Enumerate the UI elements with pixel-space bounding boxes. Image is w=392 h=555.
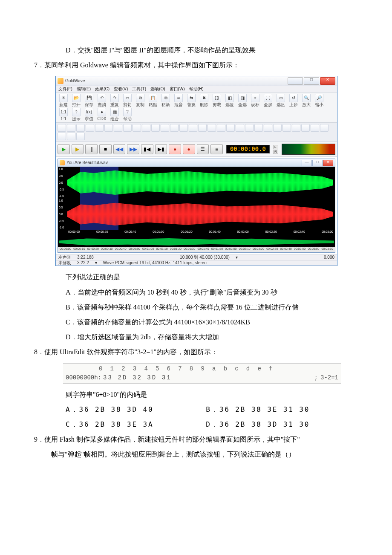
effect-button[interactable] — [217, 124, 225, 132]
toolbar-button[interactable]: ⇆替换 — [185, 94, 197, 107]
play-sel-button[interactable]: ▶ — [72, 144, 84, 154]
effect-button[interactable] — [264, 124, 272, 132]
effect-button[interactable] — [67, 124, 75, 132]
effect-button[interactable] — [86, 124, 94, 132]
toolbar-button[interactable]: 🔎缩小 — [313, 94, 325, 107]
effect-button[interactable] — [226, 124, 235, 132]
effect-button[interactable] — [133, 124, 141, 132]
effect-button[interactable] — [311, 124, 319, 132]
effect-button[interactable] — [67, 133, 75, 140]
overview-ruler-tick: 00:00:40 — [115, 247, 126, 252]
doc-minimize-button[interactable]: — — [302, 160, 312, 166]
toolbar-button[interactable]: 📋粘贴 — [147, 94, 159, 107]
toolbar-button[interactable]: ✖删除 — [198, 94, 210, 107]
effect-button[interactable] — [58, 133, 66, 140]
toolbar-button[interactable]: ✂剪切 — [121, 94, 133, 107]
waveform-left[interactable]: 1.00.50.0-0.5-1.0 — [58, 167, 335, 198]
toolbar-button[interactable]: ◧选显 — [224, 94, 236, 107]
start-button[interactable]: ▮◀ — [141, 144, 153, 154]
toolbar-button[interactable]: ≋混音 — [173, 94, 184, 107]
opts-button[interactable]: ≡ — [210, 144, 223, 154]
toolbar-button[interactable]: f(x)求值 — [83, 108, 95, 121]
transport-bar[interactable]: ▶ ▶ ‖ ■ ◀◀ ▶▶ ▮◀ ▶▮ ● ● ☰ ≡ 00:00:00.0 L… — [56, 142, 337, 157]
pause-button[interactable]: ‖ — [85, 144, 98, 154]
toolbar-button[interactable]: ⛶全屏 — [262, 94, 274, 107]
effect-button[interactable] — [208, 124, 216, 132]
effect-button[interactable] — [170, 124, 179, 132]
menu-item[interactable]: 选项(O) — [150, 87, 165, 91]
stop-button[interactable]: ■ — [99, 144, 112, 154]
toolbar-button[interactable]: ✳新建 — [58, 94, 69, 107]
close-button[interactable]: ✕ — [320, 77, 335, 85]
toolbar-button[interactable]: ⧉粘新 — [160, 94, 172, 107]
effect-button[interactable] — [189, 124, 197, 132]
q8-sub: 则字符串"6+8>10"的内码是 — [66, 387, 358, 402]
toolbar-button[interactable]: ▦组合 — [109, 108, 121, 121]
toolbar-button[interactable]: 🔍放大 — [300, 94, 312, 107]
menu-item[interactable]: 工具(T) — [132, 87, 146, 91]
effect-button[interactable] — [76, 124, 85, 132]
effect-button[interactable] — [95, 124, 104, 132]
effect-button[interactable] — [292, 124, 300, 132]
overview-waveform[interactable] — [58, 236, 335, 247]
effect-button[interactable] — [151, 124, 160, 132]
effect-button[interactable] — [104, 124, 113, 132]
rewind-button[interactable]: ◀◀ — [113, 144, 126, 154]
effect-button[interactable] — [282, 124, 291, 132]
effect-button[interactable] — [301, 124, 310, 132]
toolbar-button[interactable]: ↷重复 — [109, 94, 121, 107]
minimize-button[interactable]: — — [288, 77, 303, 85]
end-button[interactable]: ▶▮ — [155, 144, 167, 154]
toolbar-button[interactable]: ↺上步 — [288, 94, 300, 107]
effect-button[interactable] — [198, 124, 207, 132]
status-dropdown-icon[interactable]: ▾ — [95, 261, 97, 265]
toolbar-button[interactable]: ⟪⟫剪裁 — [211, 94, 223, 107]
toolbar-button[interactable]: ⧉复制 — [134, 94, 146, 107]
effect-button[interactable] — [114, 124, 122, 132]
doc-maximize-button[interactable]: □ — [312, 160, 323, 166]
menu-item[interactable]: 编辑(E) — [77, 87, 91, 91]
effect-button[interactable] — [320, 124, 329, 132]
toolbar-icon: ▦ — [110, 108, 119, 116]
toolbar-button[interactable]: ●CDX — [96, 108, 108, 121]
toolbar-button[interactable]: 💾保存 — [83, 94, 95, 107]
menu-item[interactable]: 效果(C) — [95, 87, 110, 91]
effect-button[interactable] — [161, 124, 169, 132]
secondary-toolbar[interactable] — [56, 123, 337, 142]
menu-item[interactable]: 文件(F) — [58, 87, 72, 91]
doc-close-button[interactable]: ✕ — [323, 160, 333, 166]
toolbar-button[interactable]: ◨全选 — [236, 94, 248, 107]
menu-bar[interactable]: 文件(F)编辑(E)效果(C)查看(V)工具(T)选项(O)窗口(W)帮助(H) — [56, 86, 337, 92]
toolbar-button[interactable]: ↶撤消 — [96, 94, 108, 107]
props-button[interactable]: ☰ — [197, 144, 209, 154]
play-button[interactable]: ▶ — [58, 144, 70, 154]
toolbar-button[interactable]: ?帮助 — [121, 108, 133, 121]
status-dropdown-icon[interactable]: ▾ — [236, 255, 238, 260]
effect-button[interactable] — [245, 124, 254, 132]
toolbar-button[interactable]: 📂打开 — [70, 94, 82, 107]
menu-item[interactable]: 帮助(H) — [189, 87, 204, 91]
effect-button[interactable] — [236, 124, 244, 132]
toolbar-button[interactable]: ⌖设标 — [249, 94, 261, 107]
record2-button[interactable]: ● — [183, 144, 195, 154]
toolbar-button[interactable]: ▭选区 — [275, 94, 287, 107]
waveform-right[interactable]: 1.00.50.0-0.5-1.0 — [58, 198, 335, 230]
overview-ruler-tick: 00:02:00 — [225, 247, 236, 252]
effect-button[interactable] — [254, 124, 263, 132]
effect-button[interactable] — [273, 124, 282, 132]
effect-button[interactable] — [76, 133, 85, 140]
effect-button[interactable] — [142, 124, 150, 132]
maximize-button[interactable]: □ — [304, 77, 319, 85]
record-button[interactable]: ● — [169, 144, 181, 154]
menu-item[interactable]: 查看(V) — [114, 87, 128, 91]
titlebar[interactable]: GoldWave — □ ✕ — [56, 76, 337, 86]
effect-button[interactable] — [123, 124, 132, 132]
toolbar-icon: ◧ — [225, 94, 234, 102]
main-toolbar[interactable]: ✳新建📂打开💾保存↶撤消↷重复✂剪切⧉复制📋粘贴⧉粘新≋混音⇆替换✖删除⟪⟫剪裁… — [56, 92, 337, 123]
toolbar-button[interactable]: ？提示 — [70, 108, 82, 121]
effect-button[interactable] — [58, 124, 66, 132]
forward-button[interactable]: ▶▶ — [127, 144, 139, 154]
menu-item[interactable]: 窗口(W) — [170, 87, 185, 91]
toolbar-button[interactable]: 1:11:1 — [58, 108, 69, 121]
effect-button[interactable] — [179, 124, 188, 132]
